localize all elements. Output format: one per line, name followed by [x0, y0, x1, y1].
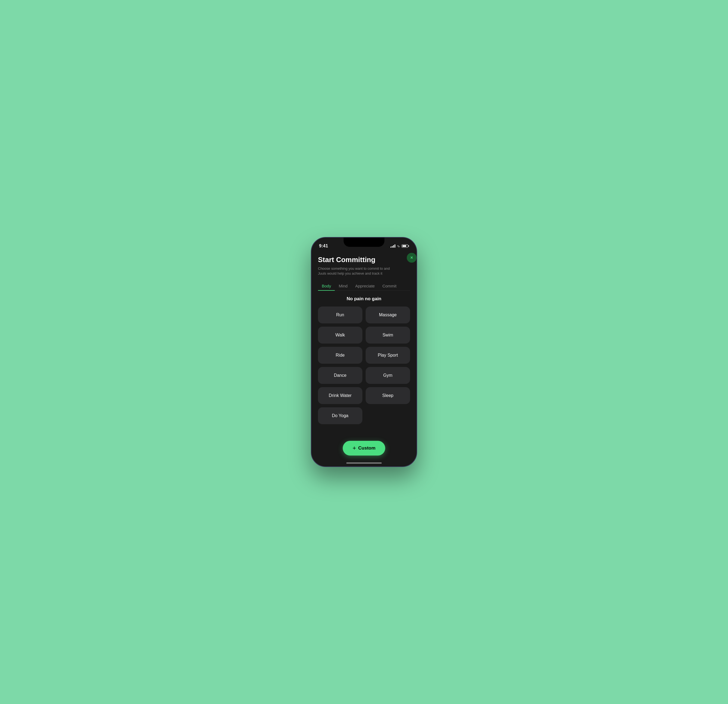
status-time: 9:41 [319, 244, 328, 249]
signal-icon [390, 244, 395, 248]
activity-massage[interactable]: Massage [365, 306, 410, 323]
tab-commit[interactable]: Commit [378, 282, 400, 291]
phone-frame: 9:41 ∿ × [311, 237, 417, 467]
page-title: Start Committing [318, 256, 410, 264]
page-background: 9:41 ∿ × [0, 0, 728, 704]
battery-icon [402, 244, 409, 248]
activity-swim[interactable]: Swim [365, 327, 410, 344]
page-subtitle: Choose something you want to commit to a… [318, 266, 394, 276]
activity-dance[interactable]: Dance [318, 367, 363, 384]
tab-mind[interactable]: Mind [335, 282, 351, 291]
activity-run[interactable]: Run [318, 306, 363, 323]
tab-body[interactable]: Body [318, 282, 335, 291]
activity-gym[interactable]: Gym [365, 367, 410, 384]
tab-bar: Body Mind Appreciate Commit [318, 282, 410, 291]
activity-walk[interactable]: Walk [318, 327, 363, 344]
activity-do-yoga[interactable]: Do Yoga [318, 407, 363, 424]
activity-drink-water[interactable]: Drink Water [318, 387, 363, 404]
activity-play-sport[interactable]: Play Sport [365, 347, 410, 364]
section-title: No pain no gain [318, 296, 410, 302]
custom-label: Custom [358, 445, 376, 451]
power-button [417, 286, 417, 311]
close-button[interactable]: × [407, 253, 417, 263]
activity-ride[interactable]: Ride [318, 347, 363, 364]
custom-button[interactable]: + Custom [343, 441, 385, 455]
notch [344, 237, 384, 247]
tab-appreciate[interactable]: Appreciate [351, 282, 379, 291]
app-content: × Start Committing Choose something you … [311, 251, 417, 467]
activity-sleep[interactable]: Sleep [365, 387, 410, 404]
screen: 9:41 ∿ × [311, 237, 417, 467]
close-icon: × [410, 256, 413, 260]
plus-icon: + [352, 445, 356, 451]
home-indicator [346, 463, 382, 464]
activity-grid: Run Massage Walk Swim Ride Pla [318, 306, 410, 424]
wifi-icon: ∿ [397, 244, 400, 248]
status-icons: ∿ [390, 244, 409, 248]
